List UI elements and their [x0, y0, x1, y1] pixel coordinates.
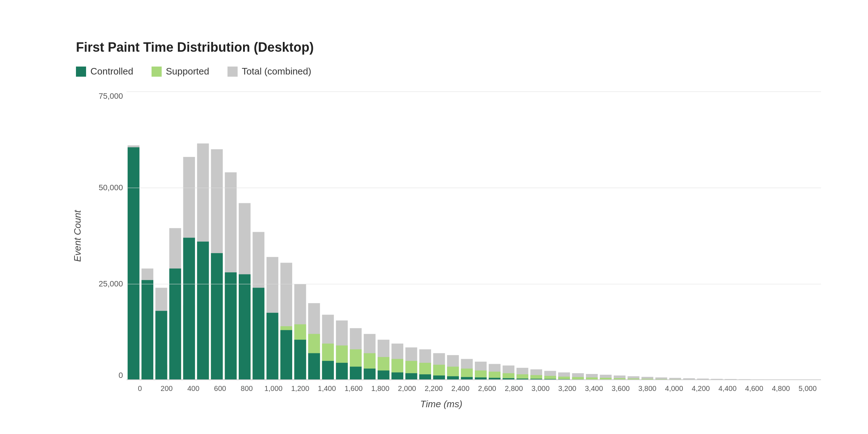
x-tick: 1,600 [340, 384, 367, 393]
legend-item-supported: Supported [152, 66, 209, 77]
svg-rect-20 [211, 253, 223, 380]
y-tick-0: 0 [119, 371, 123, 380]
svg-rect-32 [267, 313, 278, 380]
x-tick: 2,400 [447, 384, 474, 393]
x-tick: 4,200 [688, 384, 714, 393]
svg-rect-56 [378, 370, 390, 380]
svg-rect-50 [350, 367, 362, 380]
gridline-top [127, 92, 821, 92]
gridline-bottom [127, 379, 821, 380]
legend-item-controlled: Controlled [76, 66, 133, 77]
legend-controlled-label: Controlled [90, 66, 133, 77]
supported-swatch [152, 67, 162, 77]
x-tick: 800 [233, 384, 260, 393]
x-tick: 2,200 [420, 384, 447, 393]
x-tick: 2,800 [501, 384, 527, 393]
legend-item-total: Total (combined) [227, 66, 311, 77]
x-tick: 0 [127, 384, 153, 393]
x-tick: 1,200 [287, 384, 314, 393]
svg-rect-26 [239, 274, 251, 380]
svg-rect-38 [294, 340, 306, 380]
gridline-50k [127, 188, 821, 188]
y-tick-25000: 25,000 [99, 279, 123, 289]
svg-rect-2 [128, 147, 140, 380]
x-tick: 3,200 [554, 384, 581, 393]
x-tick: 3,400 [580, 384, 607, 393]
x-tick: 1,400 [314, 384, 340, 393]
x-tick: 3,800 [634, 384, 661, 393]
legend-total-label: Total (combined) [242, 66, 311, 77]
y-axis-label: Event Count [72, 210, 84, 261]
svg-rect-41 [308, 353, 320, 380]
x-tick: 400 [180, 384, 207, 393]
x-tick: 3,000 [527, 384, 554, 393]
x-tick: 4,800 [767, 384, 794, 393]
chart-title: First Paint Time Distribution (Desktop) [61, 40, 821, 55]
svg-rect-44 [322, 361, 334, 380]
x-tick: 4,600 [741, 384, 767, 393]
x-tick: 2,000 [393, 384, 420, 393]
svg-rect-14 [183, 238, 195, 380]
chart-legend: Controlled Supported Total (combined) [61, 66, 821, 77]
x-axis-labels: 02004006008001,0001,2001,4001,6001,8002,… [127, 384, 821, 393]
svg-rect-53 [364, 369, 376, 380]
x-tick: 4,400 [714, 384, 741, 393]
x-tick: 200 [153, 384, 180, 393]
chart-container: First Paint Time Distribution (Desktop) … [18, 18, 850, 416]
svg-rect-35 [280, 330, 292, 380]
y-tick-50000: 50,000 [99, 183, 123, 192]
svg-rect-5 [141, 280, 153, 380]
svg-rect-23 [225, 272, 237, 380]
x-tick: 2,600 [474, 384, 501, 393]
total-swatch [227, 67, 238, 77]
x-tick: 3,600 [607, 384, 634, 393]
x-tick: 1,800 [367, 384, 394, 393]
svg-rect-59 [391, 373, 403, 380]
svg-rect-47 [336, 363, 348, 380]
bar-chart-svg [127, 92, 821, 380]
svg-rect-11 [169, 268, 181, 380]
x-tick: 5,000 [794, 384, 821, 393]
x-axis-label: Time (ms) [61, 399, 821, 410]
svg-rect-8 [156, 311, 167, 380]
x-tick: 600 [207, 384, 234, 393]
x-tick: 4,000 [661, 384, 688, 393]
controlled-swatch [76, 67, 86, 77]
y-tick-75000: 75,000 [99, 92, 123, 101]
gridline-25k [127, 284, 821, 284]
svg-rect-29 [252, 288, 264, 380]
svg-rect-17 [197, 242, 209, 380]
legend-supported-label: Supported [166, 66, 209, 77]
x-tick: 1,000 [260, 384, 287, 393]
